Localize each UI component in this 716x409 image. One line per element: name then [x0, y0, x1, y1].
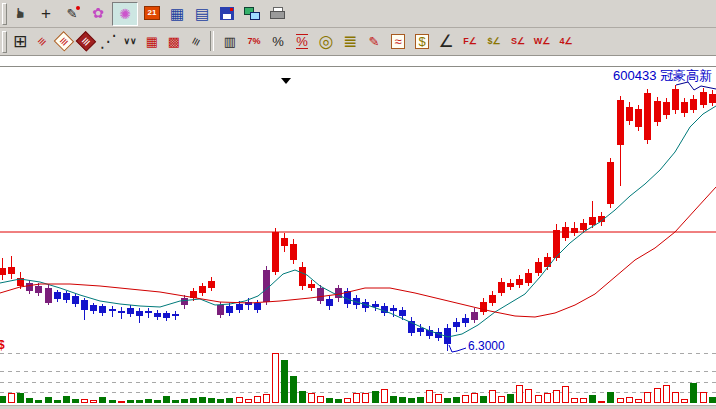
candle-body	[0, 268, 6, 275]
candle-body	[444, 328, 451, 344]
candle-wick	[148, 308, 149, 318]
volume-bar	[589, 395, 596, 403]
volume-bar	[81, 399, 88, 403]
volume-bar	[507, 394, 514, 403]
save-tool-icon[interactable]	[215, 2, 239, 24]
volume-bar	[498, 396, 505, 403]
golden-section-lines-tool-icon[interactable]: ≣	[338, 30, 362, 52]
volume-bar	[217, 399, 224, 403]
candle-body	[226, 306, 233, 313]
golden-section-circle-tool-icon[interactable]: ◎	[314, 30, 338, 52]
candle-body	[580, 223, 587, 230]
volume-bar	[690, 383, 697, 403]
parallel-lines-tool-icon[interactable]: ≡	[184, 30, 208, 52]
candle-body	[408, 321, 415, 333]
candle-body	[317, 288, 324, 301]
volume-bar	[381, 389, 388, 403]
candle-body	[109, 309, 116, 311]
candle-body	[426, 330, 433, 336]
fan-box-filled-tool-glyph: ≡	[76, 31, 96, 51]
hand-pan-tool-icon[interactable]: ☛	[8, 2, 32, 24]
volume-bar	[480, 396, 487, 403]
candle-body	[26, 283, 33, 291]
zigzag-tool-icon[interactable]: ∨∨	[118, 30, 142, 52]
box-grid-draw-tool-icon[interactable]: ⊞	[8, 30, 32, 52]
draw-mode-tool-icon[interactable]: ✺	[112, 2, 138, 26]
candle-body	[516, 279, 523, 285]
volume-bar	[26, 398, 33, 403]
volume-bar	[681, 399, 688, 403]
magic-number-angle-tool-icon[interactable]: S∠	[506, 30, 530, 52]
volume-bar	[462, 395, 469, 403]
gann-fan-tool-icon[interactable]: ≡	[30, 30, 54, 52]
volume-bar	[598, 401, 605, 403]
pen-marker-tool-icon[interactable]: ✎	[60, 2, 84, 24]
percent-strike-tool-icon[interactable]: 7%	[242, 30, 266, 52]
grid-tool-icon[interactable]: ▦	[140, 30, 164, 52]
chart-canvas[interactable]: 600433 冠豪高新 6.3000 $	[0, 56, 716, 405]
cycle-wave-tool-glyph: ≈	[391, 34, 404, 49]
candle-body	[654, 101, 661, 122]
volume-bar	[17, 393, 24, 403]
candle-body	[598, 216, 605, 222]
calendar-tool-icon[interactable]: 21	[140, 2, 164, 24]
fibonacci-angle-tool-icon[interactable]: F∠	[458, 30, 482, 52]
toolbar-drag-handle[interactable]	[2, 31, 7, 53]
four-angle-tool-icon[interactable]: 4∠	[554, 30, 578, 52]
fan-box-tool-icon[interactable]: ≡	[52, 30, 76, 52]
percent-tool-icon[interactable]: %	[266, 30, 290, 52]
candle-body	[535, 262, 542, 273]
volume-bar	[700, 392, 707, 403]
golden-angle-tool-icon[interactable]: $∠	[482, 30, 506, 52]
candle-body	[498, 282, 505, 293]
candle-body	[190, 291, 197, 298]
volume-bar	[408, 398, 415, 403]
volume-bar	[626, 397, 633, 403]
candle-body	[136, 311, 143, 316]
toolbar-draw: ⊞≡≡≡⋰∨∨▦▩≡▥7%%%◎≣✎≈$∠F∠$∠S∠W∠4∠	[0, 28, 716, 56]
stats-bars-tool-icon[interactable]: ▥	[218, 30, 242, 52]
grid-arrow-tool-icon[interactable]: ▩	[162, 30, 186, 52]
volume-bar	[372, 391, 379, 403]
candle-body	[118, 311, 125, 313]
percent-lines-tool-icon[interactable]: %	[290, 30, 314, 52]
crosshair-tool-icon[interactable]: +	[34, 2, 58, 24]
dashed-gridline	[0, 371, 716, 372]
calculator-tool-glyph: ▦	[170, 6, 184, 21]
golden-box-tool-icon[interactable]: $	[410, 30, 434, 52]
volume-bar	[535, 395, 542, 403]
trend-angle-lines-tool-icon[interactable]: ⋰	[96, 30, 120, 52]
angle-tool-icon[interactable]: ∠	[434, 30, 458, 52]
flower-stamp-tool-icon[interactable]: ✿	[86, 2, 110, 24]
toolbar-drag-handle[interactable]	[2, 3, 7, 25]
volume-bar	[263, 394, 270, 403]
cycle-wave-tool-icon[interactable]: ≈	[386, 30, 410, 52]
crosshair-tool-glyph: +	[41, 5, 51, 22]
volume-bar	[562, 386, 569, 403]
candle-body	[525, 273, 532, 283]
winner-angle-tool-icon[interactable]: W∠	[530, 30, 554, 52]
volume-bar	[344, 398, 351, 403]
draw-mode-tool-glyph: ✺	[119, 7, 131, 21]
candle-edit-tool-icon[interactable]: ✎	[362, 30, 386, 52]
print-tool-icon[interactable]	[265, 2, 289, 24]
fan-box-filled-tool-icon[interactable]: ≡	[74, 30, 98, 52]
network-share-tool-icon[interactable]	[240, 2, 264, 24]
candle-body	[453, 322, 460, 327]
volume-bar	[272, 353, 279, 403]
volume-bar	[607, 392, 614, 403]
dashed-gridline	[0, 382, 716, 383]
golden-angle-tool-glyph: $∠	[487, 37, 500, 46]
candle-body	[72, 296, 79, 304]
calculator-tool-icon[interactable]: ▦	[165, 2, 189, 24]
candle-body	[208, 281, 215, 288]
candle-edit-tool-glyph: ✎	[369, 35, 380, 48]
candle-body	[90, 305, 97, 311]
left-edge-marker: $	[0, 338, 5, 352]
volume-bar	[236, 397, 243, 403]
notepad-tool-icon[interactable]: ▤	[190, 2, 214, 24]
percent-strike-tool-glyph: 7%	[247, 37, 260, 46]
candle-body	[635, 109, 642, 127]
volume-bar	[317, 396, 324, 403]
flower-stamp-tool-glyph: ✿	[92, 6, 104, 20]
